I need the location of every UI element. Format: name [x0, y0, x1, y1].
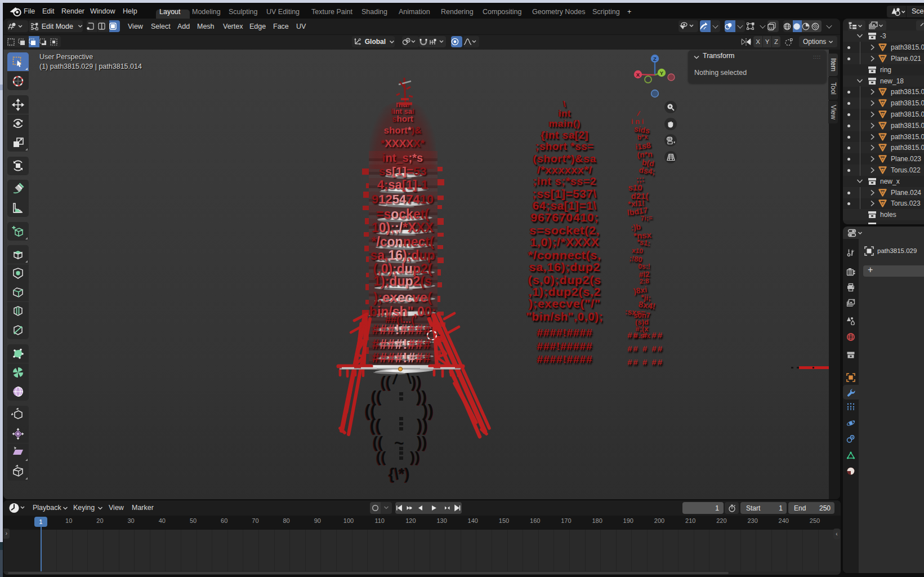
svg-text:Z: Z — [653, 56, 657, 62]
svg-text:X: X — [636, 72, 640, 78]
svg-text:Y: Y — [660, 70, 664, 76]
